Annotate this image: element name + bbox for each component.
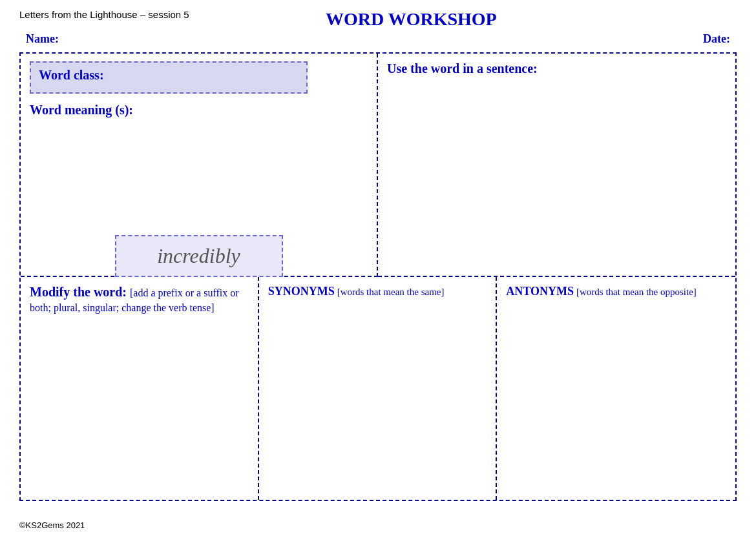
copyright: ©KS2Gems 2021 [19, 520, 85, 530]
page: Letters from the Lighthouse – session 5 … [0, 0, 756, 534]
name-label: Name: [26, 32, 59, 46]
cell-bottom-mid: SYNONYMS [words that mean the same] [259, 277, 498, 500]
session-label: Letters from the Lighthouse – session 5 [19, 9, 189, 20]
name-date-row: Name: Date: [19, 32, 737, 46]
center-word-box: incredibly [115, 235, 283, 277]
modify-label: Modify the word: [add a prefix or a suff… [30, 285, 249, 314]
use-sentence-label: Use the word in a sentence: [387, 61, 726, 76]
modify-bold: Modify the word: [30, 285, 127, 299]
synonyms-header: SYNONYMS [words that mean the same] [268, 285, 487, 298]
cell-top-left: Word class: Word meaning (s): incredibly [21, 54, 378, 277]
center-word: incredibly [157, 244, 240, 267]
worksheet: Word class: Word meaning (s): incredibly… [19, 52, 737, 501]
antonyms-header: ANTONYMS [words that mean the opposite] [506, 285, 726, 298]
main-title: WORD WORKSHOP [189, 9, 633, 30]
word-class-box: Word class: [30, 61, 308, 94]
antonyms-label: ANTONYMS [506, 285, 574, 298]
cell-top-right: Use the word in a sentence: [378, 54, 735, 277]
antonyms-detail-text: [words that mean the opposite] [576, 287, 697, 297]
synonyms-label: SYNONYMS [268, 285, 335, 298]
word-class-label: Word class: [39, 68, 104, 82]
top-bar: Letters from the Lighthouse – session 5 … [19, 9, 737, 30]
cell-bottom-right: ANTONYMS [words that mean the opposite] [497, 277, 735, 500]
bottom-row: Modify the word: [add a prefix or a suff… [21, 277, 735, 500]
date-label: Date: [703, 32, 730, 46]
word-meaning-label: Word meaning (s): [30, 103, 368, 118]
synonyms-detail-text: [words that mean the same] [337, 287, 445, 297]
cell-bottom-left: Modify the word: [add a prefix or a suff… [21, 277, 259, 500]
